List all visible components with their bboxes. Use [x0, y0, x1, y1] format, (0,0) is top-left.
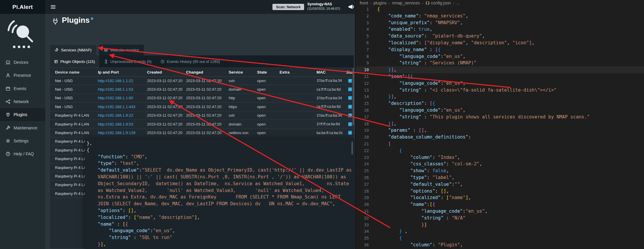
code-line[interactable]: 28 "options": [], — [356, 188, 644, 195]
code-line[interactable]: 2 "code_name": "nmap_services", — [356, 13, 644, 19]
code-line[interactable]: 26 "type": "label", — [356, 174, 644, 181]
code-line[interactable]: 14 }], — [356, 93, 644, 100]
code-line[interactable]: 6 "localized": ["display_name", "descrip… — [356, 40, 644, 46]
changed-cell: 2023-03-11 02:47:20 — [186, 122, 229, 126]
popup-scrollbar[interactable] — [351, 141, 353, 154]
sidebar-item-label: Maintenance — [14, 126, 37, 130]
maintenance-icon — [6, 126, 10, 130]
panel-scrollbar[interactable] — [353, 68, 354, 126]
code-line[interactable]: 25 "show": false, — [356, 167, 644, 174]
code-line[interactable]: 34 } , — [356, 228, 644, 235]
row-checkbox[interactable]: ✓ — [348, 131, 352, 135]
code-line[interactable]: 8 "language_code":"en_us", — [356, 53, 644, 60]
line-number: 36 — [356, 242, 369, 248]
code-line-text: "localized": ["name"], — [377, 194, 471, 201]
code-line[interactable]: 22 { — [356, 147, 644, 154]
column-header-state[interactable]: State — [257, 70, 280, 74]
subtab-unprocessed-events-0[interactable]: Unprocessed Events (0) — [100, 55, 156, 68]
sidebar-item-settings[interactable]: Settings — [0, 134, 45, 147]
row-checkbox[interactable]: ✓ — [348, 79, 352, 83]
sidebar-item-maintenance[interactable]: Maintenance — [0, 121, 45, 134]
ip-port-link[interactable]: http://192.168.1.1:80 — [98, 96, 147, 100]
breadcrumb-separator: › — [370, 1, 371, 5]
ip-port-link[interactable]: http://192.168.1.1:443 — [98, 105, 147, 109]
line-number: 20 — [356, 134, 369, 141]
breadcrumb-item-front[interactable]: front — [360, 1, 368, 5]
code-line[interactable]: 1{ — [356, 6, 644, 13]
line-number: 5 — [356, 33, 369, 40]
announcement-icon[interactable] — [348, 4, 354, 10]
code-line[interactable]: 30 "name":[{ — [356, 201, 644, 208]
row-checkbox[interactable]: ✓ — [348, 96, 352, 100]
column-header-device-name[interactable]: Device name — [50, 70, 98, 74]
breadcrumb-item-nmap-services[interactable]: nmap_services — [392, 1, 420, 5]
code-line[interactable]: 23 "column": "Index", — [356, 154, 644, 161]
subtab-plugin-objects-115[interactable]: Plugin Objects (115) — [50, 55, 100, 68]
breadcrumb-item-config-json[interactable]: {} config.json — [425, 1, 451, 5]
line-number: 29 — [356, 194, 369, 201]
subtab-events-history-50-out-of-1265[interactable]: Events History (50 out of 1265) — [156, 55, 225, 68]
column-header-created[interactable]: Created — [147, 70, 186, 74]
row-checkbox[interactable]: ✓ — [348, 105, 352, 109]
sidebar-item-presence[interactable]: Presence — [0, 69, 45, 82]
ip-port-link[interactable]: http://192.168.1.1:53 — [98, 87, 147, 92]
code-line[interactable]: 31 "language_code":"en_us", — [356, 208, 644, 215]
code-line[interactable]: 10 }], — [356, 66, 644, 73]
ip-port-link[interactable]: http://192.168.1.1:22 — [98, 79, 147, 83]
code-line[interactable]: 19 "params" : [], — [356, 127, 644, 134]
sidebar-item-events[interactable]: Events — [0, 82, 45, 95]
sidebar-item-help-faq[interactable]: Help / FAQ — [0, 147, 45, 160]
code-line-text: }], — [377, 93, 396, 100]
column-header-changed[interactable]: Changed — [186, 70, 229, 74]
breadcrumb-item-[interactable]: ... — [456, 1, 460, 5]
breadcrumb-item-plugins[interactable]: plugins — [373, 1, 386, 5]
code-line[interactable]: 7 "display_name" : [{ — [356, 46, 644, 53]
code-line[interactable]: 13 "string" : "<i class=\"fa-solid fa-sa… — [356, 87, 644, 94]
code-line-text: { — [377, 6, 380, 13]
sidebar-item-network[interactable]: Network — [0, 95, 45, 108]
ip-port-link[interactable]: http://192.168.1.9:139 — [98, 131, 147, 135]
column-header-service[interactable]: Service — [229, 70, 257, 74]
code-line[interactable]: 4 "enabled": true, — [356, 26, 644, 33]
code-line[interactable]: 12 "language_code":"en_us", — [356, 80, 644, 87]
sidebar-item-plugins[interactable]: Plugins — [0, 108, 45, 121]
code-line[interactable]: 21 [ — [356, 141, 644, 147]
code-line[interactable]: 15 "description": [{ — [356, 100, 644, 107]
code-line[interactable]: 24 "css_classes": "col-sm-2", — [356, 161, 644, 167]
app-logo[interactable]: Pi.Alert — [0, 0, 45, 14]
code-line[interactable]: 17 "string" : "This plugin shows all ser… — [356, 114, 644, 121]
code-line[interactable]: 5 "data_source": "pialert-db-query", — [356, 33, 644, 40]
mac-cell: ca:ff:ff:ca:ba:6d — [317, 105, 346, 109]
tab-website-monitor[interactable]: Website monitor — [99, 44, 144, 55]
ip-port-link[interactable]: http://192.168.1.9:22 — [98, 113, 147, 118]
sidebar-item-devices[interactable]: Devices — [0, 56, 45, 69]
code-line[interactable]: 9 "string" : "Services (NMAP)" — [356, 60, 644, 66]
column-header-extra[interactable]: Extra — [280, 70, 317, 74]
code-line[interactable]: 33 }] — [356, 222, 644, 228]
ip-port-link[interactable]: http://192.168.1.9:53 — [98, 122, 147, 126]
code-line[interactable]: 29 "localized": ["name"], — [356, 194, 644, 201]
code-line[interactable]: 35 { — [356, 235, 644, 242]
code-line[interactable]: 27 "default_value":"", — [356, 181, 644, 188]
code-line-text: "show": false, — [377, 167, 449, 174]
editor-code-area[interactable]: 1{2 "code_name": "nmap_services",3 "uniq… — [356, 6, 644, 249]
code-line[interactable]: 18 }], — [356, 121, 644, 127]
changed-cell: 2023-03-11 02:47:20 — [186, 105, 229, 109]
code-line[interactable]: 3 "unique_prefix": "NMAPSRV", — [356, 19, 644, 26]
code-line-text: [ — [377, 141, 391, 147]
host-name: Synology-NAS — [307, 2, 340, 6]
code-line[interactable]: 36 "column": "Plugin", — [356, 242, 644, 248]
row-checkbox[interactable]: ✓ — [348, 87, 352, 91]
code-line-text: "localized": ["name", "description"], — [87, 215, 200, 220]
column-header-mac[interactable]: MAC — [317, 70, 346, 74]
code-line[interactable]: 20 "database_column_definitions": — [356, 134, 644, 141]
code-line[interactable]: 32 "string" : "N/A" — [356, 215, 644, 222]
code-line[interactable]: 16 "language_code":"en_us", — [356, 107, 644, 114]
code-line[interactable]: 11 "icon":[{ — [356, 73, 644, 80]
line-number: 24 — [356, 161, 369, 167]
tab-services-nmap[interactable]: Services (NMAP) — [49, 44, 97, 55]
hamburger-menu-icon[interactable] — [50, 4, 56, 10]
row-checkbox[interactable]: ✓ — [348, 113, 352, 117]
column-header-ip-and-port[interactable]: Ip and Port — [98, 70, 147, 74]
row-checkbox[interactable]: ✓ — [348, 122, 352, 126]
